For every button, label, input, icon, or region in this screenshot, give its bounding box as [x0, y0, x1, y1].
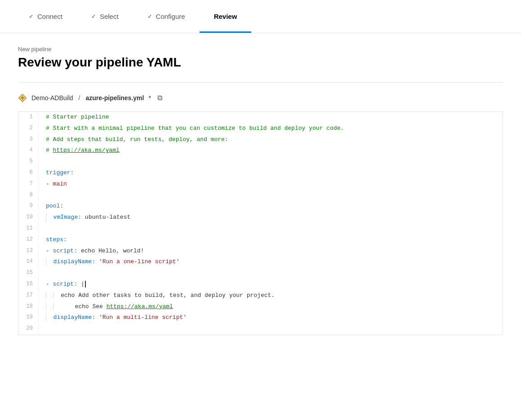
page-content: New pipeline Review your pipeline YAML D… [0, 33, 521, 348]
code-line-20: 20 [18, 323, 503, 335]
line-content[interactable]: # Start with a minimal pipeline that you… [39, 123, 503, 134]
wizard-step-select-label: Select [100, 13, 119, 20]
line-number: 11 [18, 223, 39, 234]
line-content[interactable]: vmImage: ubuntu-latest [39, 212, 503, 223]
repo-name: Demo-ADBuild [31, 94, 73, 102]
code-line-4: 4# https://aka.ms/yaml [18, 145, 503, 156]
wizard-step-review-label: Review [214, 13, 237, 20]
line-content[interactable]: # Starter pipeline [39, 112, 503, 123]
wizard-step-connect[interactable]: ✓ Connect [14, 0, 77, 33]
line-content[interactable]: displayName: 'Run a one-line script' [39, 256, 503, 268]
code-line-6: 6trigger: [18, 168, 503, 179]
code-line-3: 3# Add steps that build, run tests, depl… [18, 134, 503, 146]
line-content[interactable]: - script: | [39, 279, 503, 290]
code-line-17: 17 echo Add other tasks to build, test, … [18, 290, 503, 301]
line-number: 5 [18, 156, 39, 168]
line-number: 17 [18, 290, 39, 301]
line-number: 19 [18, 312, 39, 323]
code-line-12: 12steps: [18, 234, 503, 246]
line-content[interactable]: # https://aka.ms/yaml [39, 145, 503, 156]
line-content[interactable] [39, 323, 503, 335]
line-number: 15 [18, 268, 39, 279]
line-content[interactable]: - script: echo Hello, world! [39, 246, 503, 257]
line-content[interactable]: echo See https://aka.ms/yaml [39, 301, 503, 313]
code-line-13: 13- script: echo Hello, world! [18, 246, 503, 257]
line-content[interactable] [39, 156, 503, 168]
code-line-18: 18 echo See https://aka.ms/yaml [18, 301, 503, 313]
code-line-19: 19 displayName: 'Run a multi-line script… [18, 312, 503, 323]
code-line-9: 9pool: [18, 201, 503, 212]
line-number: 16 [18, 279, 39, 290]
section-divider [18, 82, 503, 83]
wizard-header: ✓ Connect ✓ Select ✓ Configure Review [0, 0, 521, 33]
check-icon-connect: ✓ [29, 13, 34, 20]
code-line-1: 1# Starter pipeline [18, 112, 503, 123]
line-content[interactable] [39, 190, 503, 201]
check-icon-configure: ✓ [147, 13, 152, 20]
code-line-11: 11 [18, 223, 503, 234]
breadcrumb: New pipeline [18, 46, 503, 53]
line-number: 1 [18, 112, 39, 123]
line-number: 13 [18, 246, 39, 257]
wizard-step-review[interactable]: Review [200, 0, 252, 33]
code-editor[interactable]: 1# Starter pipeline2# Start with a minim… [18, 111, 503, 335]
line-content[interactable]: steps: [39, 234, 503, 246]
line-number: 12 [18, 234, 39, 246]
line-number: 14 [18, 256, 39, 268]
line-number: 9 [18, 201, 39, 212]
file-separator: / [79, 94, 80, 102]
code-line-2: 2# Start with a minimal pipeline that yo… [18, 123, 503, 134]
line-number: 3 [18, 134, 39, 146]
code-line-7: 7- main [18, 179, 503, 190]
line-content[interactable]: pool: [39, 201, 503, 212]
line-content[interactable]: # Add steps that build, run tests, deplo… [39, 134, 503, 146]
code-line-16: 16- script: | [18, 279, 503, 290]
line-content[interactable] [39, 223, 503, 234]
wizard-step-connect-label: Connect [37, 13, 62, 20]
line-content[interactable]: - main [39, 179, 503, 190]
line-number: 4 [18, 145, 39, 156]
line-number: 2 [18, 123, 39, 134]
wizard-step-configure[interactable]: ✓ Configure [133, 0, 200, 33]
line-content[interactable]: echo Add other tasks to build, test, and… [39, 290, 503, 301]
line-number: 7 [18, 179, 39, 190]
line-number: 6 [18, 168, 39, 179]
code-line-10: 10 vmImage: ubuntu-latest [18, 212, 503, 223]
file-name: azure-pipelines.yml [85, 94, 144, 102]
line-content[interactable] [39, 268, 503, 279]
file-modified: * [148, 94, 151, 102]
line-number: 10 [18, 212, 39, 223]
repo-icon [18, 93, 27, 102]
line-content[interactable]: displayName: 'Run a multi-line script' [39, 312, 503, 323]
page-title: Review your pipeline YAML [18, 55, 503, 70]
code-line-15: 15 [18, 268, 503, 279]
line-content[interactable]: trigger: [39, 168, 503, 179]
file-header: Demo-ADBuild / azure-pipelines.yml * ⧉ [18, 93, 503, 102]
code-line-14: 14 displayName: 'Run a one-line script' [18, 256, 503, 268]
check-icon-select: ✓ [91, 13, 96, 20]
code-line-5: 5 [18, 156, 503, 168]
wizard-step-select[interactable]: ✓ Select [77, 0, 133, 33]
line-number: 8 [18, 190, 39, 201]
code-line-8: 8 [18, 190, 503, 201]
line-number: 20 [18, 323, 39, 335]
wizard-step-configure-label: Configure [156, 13, 185, 20]
copy-icon[interactable]: ⧉ [157, 94, 162, 102]
line-number: 18 [18, 301, 39, 313]
